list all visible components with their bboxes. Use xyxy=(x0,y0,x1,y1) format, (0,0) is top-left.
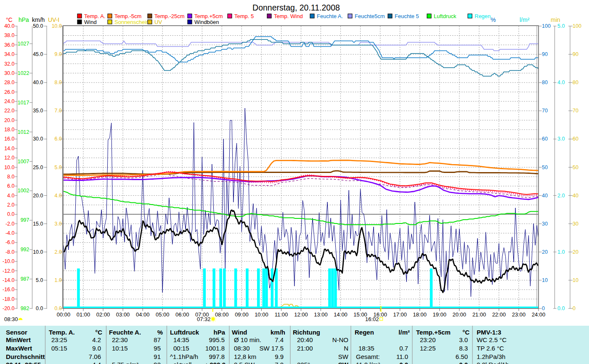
svg-text:01:00: 01:00 xyxy=(77,311,90,318)
svg-text:1.2hPa/3h: 1.2hPa/3h xyxy=(477,353,505,360)
svg-text:-8.0: -8.0 xyxy=(5,249,15,255)
svg-text:30.0: 30.0 xyxy=(4,70,14,76)
svg-text:10:00: 10:00 xyxy=(255,311,268,318)
svg-text:17:00: 17:00 xyxy=(393,311,407,318)
svg-text:%: % xyxy=(157,329,163,336)
svg-text:1001.8: 1001.8 xyxy=(205,345,225,352)
svg-text:40: 40 xyxy=(542,193,548,199)
svg-text:19:00: 19:00 xyxy=(433,311,447,318)
svg-text:%: % xyxy=(491,16,496,23)
svg-text:34.0: 34.0 xyxy=(4,51,14,57)
svg-text:5.0: 5.0 xyxy=(36,277,43,283)
svg-text:8.0: 8.0 xyxy=(55,80,62,85)
svg-text:9.9: 9.9 xyxy=(275,353,284,360)
svg-text:50.0: 50.0 xyxy=(33,23,43,29)
svg-text:Feuchte 5: Feuchte 5 xyxy=(395,13,419,19)
svg-text:6.50: 6.50 xyxy=(456,353,468,360)
svg-text:Regen: Regen xyxy=(355,329,374,336)
svg-text:4.0: 4.0 xyxy=(55,193,62,199)
svg-text:11,0 l/m²: 11,0 l/m² xyxy=(356,361,380,364)
svg-text:5,75 g/m³: 5,75 g/m³ xyxy=(112,361,138,364)
svg-text:1022: 1022 xyxy=(18,70,29,76)
svg-text:18:00: 18:00 xyxy=(413,311,427,318)
svg-text:09:00: 09:00 xyxy=(235,311,249,318)
svg-text:4.0: 4.0 xyxy=(557,80,565,85)
svg-text:6.0: 6.0 xyxy=(55,136,62,142)
svg-text:06:00: 06:00 xyxy=(175,311,189,318)
svg-text:-6.0: -6.0 xyxy=(5,239,15,245)
svg-text:982: 982 xyxy=(21,306,29,311)
svg-text:N-NO: N-NO xyxy=(332,336,348,343)
svg-text:995.5: 995.5 xyxy=(209,336,225,343)
svg-text:4.4: 4.4 xyxy=(92,361,101,364)
svg-text:Temp. 5: Temp. 5 xyxy=(234,13,254,19)
svg-text:24:00: 24:00 xyxy=(532,311,546,318)
svg-text:1007: 1007 xyxy=(18,159,29,165)
svg-text:1012: 1012 xyxy=(18,129,29,135)
svg-text:8.3: 8.3 xyxy=(459,345,468,352)
svg-text:70: 70 xyxy=(542,108,548,114)
svg-text:7.0: 7.0 xyxy=(275,361,284,364)
svg-text:Windböen: Windböen xyxy=(194,19,219,25)
svg-text:997.8: 997.8 xyxy=(209,353,225,360)
svg-text:0.0: 0.0 xyxy=(36,306,43,311)
svg-text:Luftdruck: Luftdruck xyxy=(434,13,456,19)
svg-text:50: 50 xyxy=(542,165,548,170)
svg-text:35.0: 35.0 xyxy=(33,108,43,114)
svg-text:0: 0 xyxy=(542,306,545,311)
svg-text:10:15: 10:15 xyxy=(112,345,128,352)
svg-text:13:00: 13:00 xyxy=(314,311,328,318)
svg-text:Temp.+5cm: Temp.+5cm xyxy=(194,13,223,19)
svg-text:14:35: 14:35 xyxy=(173,336,189,343)
svg-text:12.0: 12.0 xyxy=(4,155,14,161)
svg-text:-20.0: -20.0 xyxy=(3,306,15,311)
svg-text:22:30: 22:30 xyxy=(112,336,128,343)
svg-text:Luftdruck: Luftdruck xyxy=(170,329,199,336)
svg-text:TP 2.6 °C: TP 2.6 °C xyxy=(477,345,504,352)
svg-text:08:00: 08:00 xyxy=(215,311,229,318)
svg-text:Wind: Wind xyxy=(84,19,97,25)
svg-text:Temp. A.: Temp. A. xyxy=(84,13,106,19)
svg-text:12:00: 12:00 xyxy=(294,311,308,318)
svg-text:70: 70 xyxy=(573,108,578,114)
svg-text:0.0: 0.0 xyxy=(459,361,468,364)
svg-text:-18.0: -18.0 xyxy=(3,296,15,302)
svg-text:5.0: 5.0 xyxy=(55,165,62,170)
svg-text:Gesamt:: Gesamt: xyxy=(356,353,380,360)
svg-text:14:00: 14:00 xyxy=(334,311,348,318)
svg-text:UV-I: UV-I xyxy=(48,16,59,23)
svg-text:WC 2.5 °C: WC 2.5 °C xyxy=(477,336,507,343)
svg-text:30: 30 xyxy=(542,221,548,227)
svg-text:91: 91 xyxy=(154,353,161,360)
svg-text:MinWert: MinWert xyxy=(6,336,31,343)
svg-text:11:00: 11:00 xyxy=(275,311,288,318)
svg-text:-2.0: -2.0 xyxy=(5,221,15,227)
svg-text:60: 60 xyxy=(542,136,548,142)
svg-text:10.0: 10.0 xyxy=(52,23,62,29)
svg-text:Ø 10 min.: Ø 10 min. xyxy=(234,336,261,343)
svg-text:2.0: 2.0 xyxy=(55,249,62,255)
svg-text:-10.0: -10.0 xyxy=(3,258,15,264)
svg-text:SW 17.5: SW 17.5 xyxy=(259,345,284,352)
svg-text:SW: SW xyxy=(338,353,349,360)
svg-text:4.2: 4.2 xyxy=(92,336,101,343)
svg-text:1017: 1017 xyxy=(18,100,29,106)
svg-text:MaxWert: MaxWert xyxy=(6,345,32,352)
svg-text:10: 10 xyxy=(542,277,548,283)
svg-text:23:00: 23:00 xyxy=(512,311,526,318)
svg-text:40.0: 40.0 xyxy=(33,80,43,85)
svg-text:21:00: 21:00 xyxy=(472,311,486,318)
svg-text:1.0: 1.0 xyxy=(557,249,565,255)
svg-text:2.0: 2.0 xyxy=(557,193,565,199)
svg-text:aktuell: aktuell xyxy=(173,361,191,364)
svg-text:22.0: 22.0 xyxy=(4,108,14,114)
svg-text:Temp. A.: Temp. A. xyxy=(49,329,75,336)
svg-text:hPa: hPa xyxy=(19,16,29,23)
svg-text:5.0: 5.0 xyxy=(557,23,565,29)
svg-text:80: 80 xyxy=(542,80,548,85)
svg-text:16.0: 16.0 xyxy=(4,136,14,142)
svg-text:08:30: 08:30 xyxy=(234,345,250,352)
svg-text:00:15: 00:15 xyxy=(173,345,189,352)
svg-text:Temp.-25cm: Temp.-25cm xyxy=(154,13,185,19)
svg-text:l/m²: l/m² xyxy=(520,16,530,23)
